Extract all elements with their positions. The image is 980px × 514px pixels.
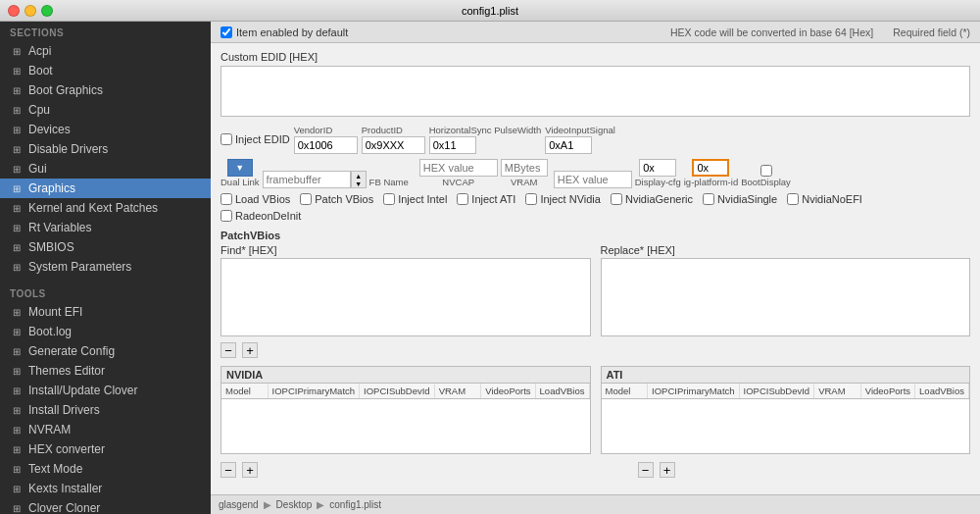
window-title: config1.plist xyxy=(462,5,518,17)
inject-intel-item: Inject Intel xyxy=(383,193,447,205)
sidebar-item-hex-converter[interactable]: ⊞ HEX converter xyxy=(0,439,211,459)
inject-ati-checkbox[interactable] xyxy=(457,193,468,205)
nvidia-table: NVIDIA Model IOPCIPrimaryMatch IOPCISubD… xyxy=(220,366,591,454)
sidebar-item-kexts-installer[interactable]: ⊞ Kexts Installer xyxy=(0,479,211,498)
product-id-label: ProductID xyxy=(362,125,403,135)
sidebar-item-gui[interactable]: ⊞ Gui xyxy=(0,159,211,179)
grid-icon: ⊞ xyxy=(10,384,24,397)
sidebar-item-acpi[interactable]: ⊞ Acpi xyxy=(0,41,211,61)
hex-note: HEX code will be converted in base 64 [H… xyxy=(670,26,873,38)
nvidia-table-header: Model IOPCIPrimaryMatch IOPCISubDevId VR… xyxy=(221,384,590,399)
sidebar-item-boot-graphics[interactable]: ⊞ Boot Graphics xyxy=(0,80,211,100)
video-input-field[interactable] xyxy=(545,136,592,154)
ati-title: ATI xyxy=(602,367,970,384)
ati-col-pci-primary: IOPCIPrimaryMatch xyxy=(648,384,739,398)
sidebar-item-devices[interactable]: ⊞ Devices xyxy=(0,120,211,139)
inject-nvidia-label: Inject NVidia xyxy=(540,193,601,205)
ati-remove-btn[interactable]: − xyxy=(638,462,654,478)
ig-platform-label: ig-platform-id xyxy=(684,177,738,187)
fb-name-input[interactable] xyxy=(263,171,351,188)
sidebar-item-kernel-kext[interactable]: ⊞ Kernel and Kext Patches xyxy=(0,198,211,218)
sidebar-item-graphics[interactable]: ⊞ Graphics xyxy=(0,179,211,198)
fb-stepper-up[interactable]: ▲ xyxy=(352,172,366,180)
patch-vbios-item: Patch VBios xyxy=(300,193,373,205)
ati-add-btn[interactable]: + xyxy=(660,462,675,478)
vendor-id-group: VendorID xyxy=(294,125,358,154)
product-id-group: ProductID xyxy=(362,125,425,154)
inject-edid-label: Inject EDID xyxy=(235,133,290,145)
ati-table: ATI Model IOPCIPrimaryMatch IOPCISubDevI… xyxy=(601,366,971,454)
sidebar-item-boot[interactable]: ⊞ Boot xyxy=(0,61,211,80)
sidebar-item-boot-log[interactable]: ⊞ Boot.log xyxy=(0,322,211,341)
sidebar-item-themes-editor[interactable]: ⊞ Themes Editor xyxy=(0,361,211,381)
sidebar-item-generate-config[interactable]: ⊞ Generate Config xyxy=(0,341,211,361)
load-vbios-checkbox[interactable] xyxy=(220,193,232,205)
sidebar-item-text-mode[interactable]: ⊞ Text Mode xyxy=(0,459,211,479)
nvidia-single-item: NvidiaSingle xyxy=(703,193,777,205)
product-id-input[interactable] xyxy=(362,136,425,154)
nvidia-single-label: NvidiaSingle xyxy=(717,193,777,205)
inject-edid-checkbox[interactable] xyxy=(220,133,232,145)
ig-platform-input[interactable] xyxy=(692,159,729,177)
patch-columns: Find* [HEX] Replace* [HEX] xyxy=(220,244,970,338)
nvidia-generic-checkbox[interactable] xyxy=(611,193,622,205)
inject-intel-checkbox[interactable] xyxy=(383,193,395,205)
patch-vbios-checkbox[interactable] xyxy=(300,193,312,205)
ati-col-videoports: VideoPorts xyxy=(861,384,915,398)
sidebar-item-smbios[interactable]: ⊞ SMBIOS xyxy=(0,237,211,257)
titlebar: config1.plist xyxy=(0,0,980,22)
enabled-by-default-checkbox[interactable] xyxy=(220,26,232,38)
nvidia-generic-label: NvidiaGeneric xyxy=(625,193,693,205)
maximize-button[interactable] xyxy=(41,5,53,17)
vram-input[interactable] xyxy=(501,159,548,177)
minimize-button[interactable] xyxy=(24,5,36,17)
inject-edid-item: Inject EDID xyxy=(220,133,290,145)
replace-textarea[interactable] xyxy=(601,258,971,336)
sidebar-item-system-parameters[interactable]: ⊞ System Parameters xyxy=(0,257,211,277)
horiz-sync-input[interactable] xyxy=(429,136,476,154)
checkbox-row-1: Load VBios Patch VBios Inject Intel Inje… xyxy=(220,193,970,205)
radeon-deinit-checkbox[interactable] xyxy=(220,210,232,222)
sidebar-item-install-drivers[interactable]: ⊞ Install Drivers xyxy=(0,400,211,420)
dual-link-select[interactable]: ▼ xyxy=(227,159,253,177)
sidebar-item-rt-variables[interactable]: ⊞ Rt Variables xyxy=(0,218,211,237)
checkbox-row-2: RadeonDeInit xyxy=(220,210,970,222)
patch-remove-btn[interactable]: − xyxy=(220,342,236,358)
find-textarea[interactable] xyxy=(220,258,591,336)
sidebar-item-nvram[interactable]: ⊞ NVRAM xyxy=(0,420,211,439)
ig-platform-group: ig-platform-id xyxy=(684,159,738,188)
nvcap-input[interactable] xyxy=(419,159,498,177)
inject-nvidia-checkbox[interactable] xyxy=(525,193,537,205)
video-input-label: VideoInputSignal xyxy=(545,125,615,135)
vram-hex-input[interactable] xyxy=(554,171,632,188)
ati-table-header: Model IOPCIPrimaryMatch IOPCISubDevId VR… xyxy=(602,384,970,399)
patch-add-remove-row: − + xyxy=(220,342,970,358)
sidebar-item-mount-efi[interactable]: ⊞ Mount EFI xyxy=(0,302,211,322)
patch-vbios-label: Patch VBios xyxy=(315,193,373,205)
sidebar-item-clover-cloner[interactable]: ⊞ Clover Cloner xyxy=(0,498,211,514)
sidebar-item-cpu[interactable]: ⊞ Cpu xyxy=(0,100,211,120)
replace-col: Replace* [HEX] xyxy=(601,244,971,338)
status-arrow1: ▶ xyxy=(264,499,271,510)
nvidia-single-checkbox[interactable] xyxy=(703,193,714,205)
nvidia-col-pci-primary: IOPCIPrimaryMatch xyxy=(269,384,360,398)
nvidia-no-efi-item: NvidiaNoEFI xyxy=(787,193,862,205)
grid-icon: ⊞ xyxy=(10,403,24,417)
patch-add-btn[interactable]: + xyxy=(242,342,258,358)
sidebar-item-install-update-clover[interactable]: ⊞ Install/Update Clover xyxy=(0,381,211,400)
find-col: Find* [HEX] xyxy=(220,244,591,338)
grid-icon: ⊞ xyxy=(10,442,24,456)
boot-display-label: BootDisplay xyxy=(741,177,791,187)
display-cfg-input[interactable] xyxy=(639,159,676,177)
sidebar-item-disable-drivers[interactable]: ⊞ Disable Drivers xyxy=(0,139,211,159)
nvidia-no-efi-checkbox[interactable] xyxy=(787,193,799,205)
custom-edid-input[interactable] xyxy=(220,66,970,117)
nvidia-remove-btn[interactable]: − xyxy=(220,462,236,478)
fb-stepper-down[interactable]: ▼ xyxy=(352,180,366,187)
required-note: Required field (*) xyxy=(893,26,970,38)
close-button[interactable] xyxy=(8,5,20,17)
vendor-id-input[interactable] xyxy=(294,136,358,154)
boot-display-checkbox[interactable] xyxy=(760,165,772,177)
fb-name-stepper[interactable]: ▲ ▼ xyxy=(351,171,367,188)
nvidia-add-btn[interactable]: + xyxy=(242,462,258,478)
